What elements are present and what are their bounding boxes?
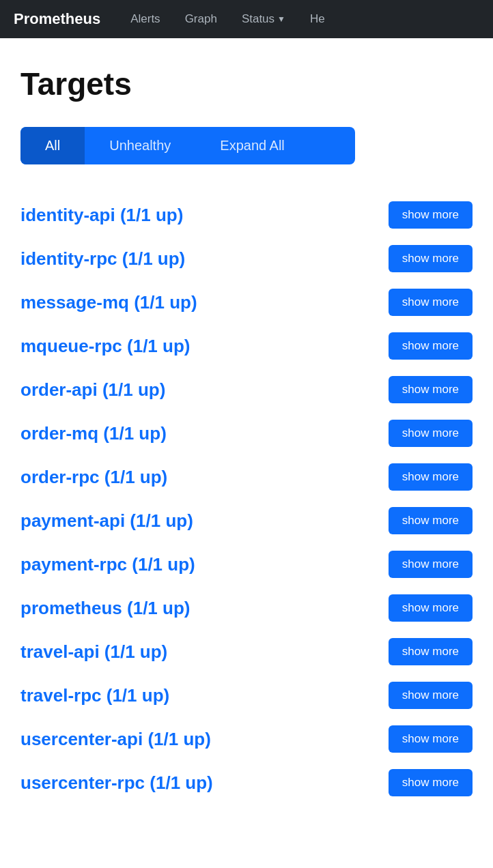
- target-name: message-mq (1/1 up): [20, 292, 197, 313]
- show-more-button[interactable]: show more: [389, 638, 473, 665]
- target-name: payment-rpc (1/1 up): [20, 554, 195, 575]
- filter-all-button[interactable]: All: [20, 127, 85, 164]
- target-row: order-mq (1/1 up)show more: [20, 411, 473, 455]
- target-row: identity-api (1/1 up)show more: [20, 193, 473, 237]
- show-more-button[interactable]: show more: [389, 201, 473, 229]
- show-more-button[interactable]: show more: [389, 332, 473, 360]
- targets-list: identity-api (1/1 up)show moreidentity-r…: [20, 193, 473, 805]
- nav-help[interactable]: He: [300, 7, 335, 31]
- target-row: order-rpc (1/1 up)show more: [20, 455, 473, 499]
- show-more-button[interactable]: show more: [389, 289, 473, 316]
- show-more-button[interactable]: show more: [389, 463, 473, 491]
- target-name: prometheus (1/1 up): [20, 598, 190, 619]
- show-more-button[interactable]: show more: [389, 769, 473, 796]
- filter-unhealthy-button[interactable]: Unhealthy: [85, 127, 195, 164]
- target-row: travel-api (1/1 up)show more: [20, 630, 473, 674]
- target-name: order-api (1/1 up): [20, 379, 165, 401]
- target-row: payment-api (1/1 up)show more: [20, 499, 473, 542]
- nav-graph[interactable]: Graph: [175, 7, 227, 31]
- target-name: payment-api (1/1 up): [20, 510, 193, 532]
- target-name: usercenter-rpc (1/1 up): [20, 772, 213, 794]
- target-name: identity-api (1/1 up): [20, 205, 183, 226]
- navbar-brand[interactable]: Prometheus: [14, 10, 100, 28]
- show-more-button[interactable]: show more: [389, 420, 473, 447]
- target-row: payment-rpc (1/1 up)show more: [20, 542, 473, 586]
- target-name: order-mq (1/1 up): [20, 423, 167, 444]
- target-name: travel-rpc (1/1 up): [20, 685, 169, 706]
- target-row: identity-rpc (1/1 up)show more: [20, 237, 473, 280]
- show-more-button[interactable]: show more: [389, 594, 473, 622]
- navbar-links: Alerts Graph Status ▼ He: [121, 7, 335, 31]
- target-row: message-mq (1/1 up)show more: [20, 280, 473, 324]
- target-name: order-rpc (1/1 up): [20, 467, 167, 488]
- target-name: identity-rpc (1/1 up): [20, 248, 185, 270]
- page-title: Targets: [20, 66, 473, 102]
- show-more-button[interactable]: show more: [389, 551, 473, 578]
- show-more-button[interactable]: show more: [389, 507, 473, 534]
- status-dropdown-arrow: ▼: [277, 14, 285, 24]
- show-more-button[interactable]: show more: [389, 682, 473, 709]
- target-row: usercenter-api (1/1 up)show more: [20, 717, 473, 761]
- target-row: prometheus (1/1 up)show more: [20, 586, 473, 630]
- target-name: usercenter-api (1/1 up): [20, 729, 211, 750]
- filter-expand-all-button[interactable]: Expand All: [195, 127, 309, 164]
- nav-status[interactable]: Status ▼: [232, 7, 295, 31]
- page-content: Targets All Unhealthy Expand All identit…: [0, 38, 493, 832]
- target-name: travel-api (1/1 up): [20, 641, 167, 663]
- show-more-button[interactable]: show more: [389, 725, 473, 753]
- target-row: travel-rpc (1/1 up)show more: [20, 674, 473, 717]
- target-row: order-api (1/1 up)show more: [20, 368, 473, 411]
- navbar: Prometheus Alerts Graph Status ▼ He: [0, 0, 493, 38]
- show-more-button[interactable]: show more: [389, 376, 473, 403]
- target-row: usercenter-rpc (1/1 up)show more: [20, 761, 473, 805]
- show-more-button[interactable]: show more: [389, 245, 473, 272]
- target-name: mqueue-rpc (1/1 up): [20, 336, 190, 357]
- target-row: mqueue-rpc (1/1 up)show more: [20, 324, 473, 368]
- nav-alerts[interactable]: Alerts: [121, 7, 169, 31]
- filter-bar: All Unhealthy Expand All: [20, 127, 355, 164]
